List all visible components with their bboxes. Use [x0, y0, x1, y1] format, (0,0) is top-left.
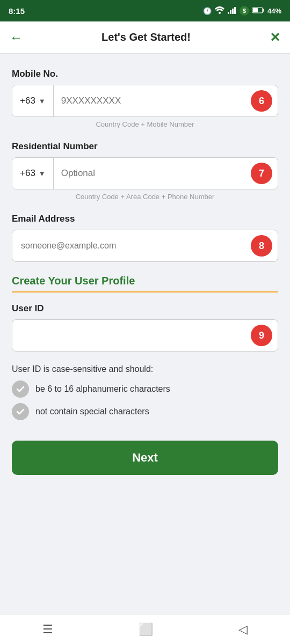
rule-item-2: not contain special characters — [12, 403, 278, 420]
mobile-country-code[interactable]: +63 ▼ — [12, 85, 54, 116]
email-label: Email Address — [12, 214, 278, 224]
svg-rect-1 — [228, 12, 229, 14]
residential-label: Residential Number — [12, 141, 278, 152]
signal-icon — [228, 6, 236, 16]
top-nav: ← Let's Get Started! ✕ — [0, 21, 290, 54]
close-button[interactable]: ✕ — [270, 30, 280, 45]
validation-note: User ID is case-sensitive and should: — [12, 364, 278, 374]
validation-section: User ID is case-sensitive and should: be… — [12, 364, 278, 420]
dollar-icon: $ — [240, 6, 249, 16]
email-badge: 8 — [251, 235, 272, 257]
userid-section: User ID 9 — [12, 303, 278, 352]
chevron-down-icon: ▼ — [39, 170, 46, 178]
residential-number-input[interactable] — [54, 158, 251, 189]
rule-text-2: not contain special characters — [35, 407, 149, 416]
email-input[interactable] — [12, 230, 251, 261]
menu-icon[interactable]: ☰ — [42, 623, 53, 636]
back-button[interactable]: ← — [10, 30, 23, 45]
residential-country-code[interactable]: +63 ▼ — [12, 158, 54, 189]
svg-point-0 — [219, 12, 221, 14]
rule-item-1: be 6 to 16 alphanumeric characters — [12, 380, 278, 398]
svg-rect-3 — [232, 9, 234, 14]
rule-text-1: be 6 to 16 alphanumeric characters — [35, 384, 170, 394]
battery-icon — [252, 7, 264, 15]
mobile-number-input[interactable] — [54, 85, 251, 116]
section-divider — [12, 291, 278, 292]
userid-label: User ID — [12, 303, 278, 314]
mobile-hint: Country Code + Mobile Number — [12, 120, 278, 128]
svg-rect-2 — [230, 10, 231, 14]
rule-check-1 — [12, 380, 29, 398]
mobile-input-row: +63 ▼ 6 — [12, 85, 278, 117]
residential-section: Residential Number +63 ▼ 7 Country Code … — [12, 141, 278, 201]
status-time: 8:15 — [9, 6, 25, 16]
userid-input[interactable] — [12, 320, 251, 351]
residential-badge: 7 — [251, 163, 272, 184]
svg-rect-4 — [234, 7, 236, 14]
wifi-icon — [215, 6, 224, 16]
page-title: Let's Get Started! — [102, 31, 191, 43]
residential-hint: Country Code + Area Code + Phone Number — [12, 193, 278, 201]
profile-heading: Create Your User Profile — [12, 275, 278, 287]
mobile-label: Mobile No. — [12, 69, 278, 79]
mobile-section: Mobile No. +63 ▼ 6 Country Code + Mobile… — [12, 69, 278, 128]
residential-input-row: +63 ▼ 7 — [12, 157, 278, 189]
battery-percent: 44% — [267, 7, 281, 15]
userid-input-row: 9 — [12, 319, 278, 352]
next-button[interactable]: Next — [12, 441, 278, 475]
alarm-icon: 🕐 — [203, 7, 212, 15]
userid-badge: 9 — [251, 325, 272, 346]
form-content: Mobile No. +63 ▼ 6 Country Code + Mobile… — [0, 54, 290, 614]
back-nav-icon[interactable]: ◁ — [238, 623, 248, 636]
status-bar: 8:15 🕐 $ 44% — [0, 0, 290, 21]
rule-check-2 — [12, 403, 29, 420]
chevron-down-icon: ▼ — [39, 97, 46, 105]
email-input-row: 8 — [12, 230, 278, 262]
svg-rect-6 — [253, 8, 258, 12]
email-section: Email Address 8 — [12, 214, 278, 262]
profile-section-header: Create Your User Profile — [12, 275, 278, 292]
mobile-badge: 6 — [251, 90, 272, 112]
bottom-nav: ☰ ⬜ ◁ — [0, 614, 290, 644]
home-icon[interactable]: ⬜ — [139, 623, 153, 636]
